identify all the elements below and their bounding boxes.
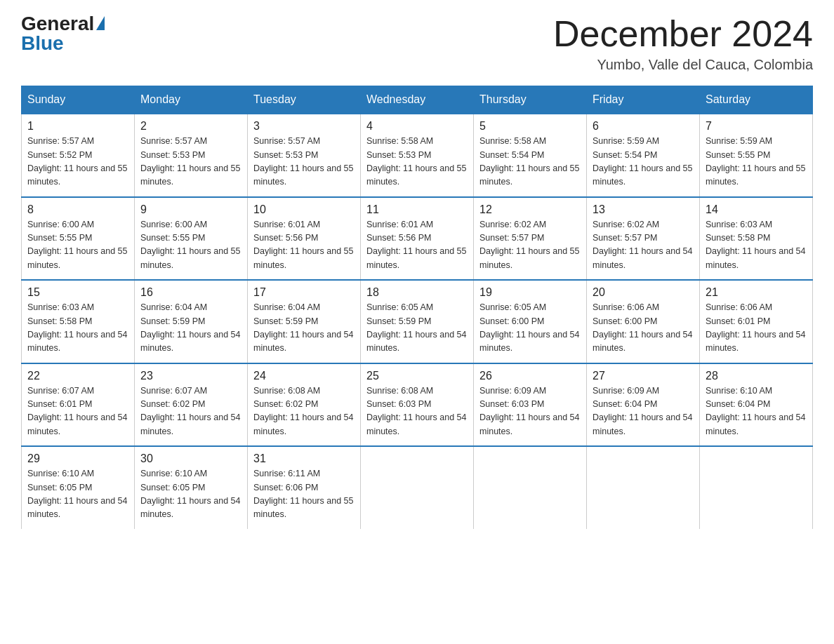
day-number: 8 xyxy=(27,203,128,216)
day-info: Sunrise: 6:09 AMSunset: 6:04 PMDaylight:… xyxy=(593,384,694,439)
calendar-cell: 1Sunrise: 5:57 AMSunset: 5:52 PMDaylight… xyxy=(22,114,135,197)
day-number: 16 xyxy=(140,286,241,299)
day-info: Sunrise: 6:10 AMSunset: 6:05 PMDaylight:… xyxy=(27,467,128,522)
day-info: Sunrise: 6:08 AMSunset: 6:03 PMDaylight:… xyxy=(366,384,468,439)
day-number: 22 xyxy=(27,370,128,382)
calendar-cell: 30Sunrise: 6:10 AMSunset: 6:05 PMDayligh… xyxy=(135,446,248,529)
calendar-cell: 14Sunrise: 6:03 AMSunset: 5:58 PMDayligh… xyxy=(700,197,813,281)
day-number: 17 xyxy=(253,286,355,299)
day-info: Sunrise: 5:58 AMSunset: 5:54 PMDaylight:… xyxy=(479,135,581,189)
day-number: 29 xyxy=(27,452,128,465)
calendar-cell: 3Sunrise: 5:57 AMSunset: 5:53 PMDaylight… xyxy=(248,114,361,197)
calendar-cell: 29Sunrise: 6:10 AMSunset: 6:05 PMDayligh… xyxy=(22,446,135,529)
day-info: Sunrise: 5:58 AMSunset: 5:53 PMDaylight:… xyxy=(366,135,468,189)
day-info: Sunrise: 5:57 AMSunset: 5:53 PMDaylight:… xyxy=(140,135,241,189)
weekday-header-friday: Friday xyxy=(587,86,700,114)
calendar-cell: 23Sunrise: 6:07 AMSunset: 6:02 PMDayligh… xyxy=(135,363,248,447)
day-info: Sunrise: 6:09 AMSunset: 6:03 PMDaylight:… xyxy=(479,384,581,439)
calendar-cell: 13Sunrise: 6:02 AMSunset: 5:57 PMDayligh… xyxy=(587,197,700,281)
day-info: Sunrise: 5:57 AMSunset: 5:52 PMDaylight:… xyxy=(27,135,128,189)
title-section: December 2024 Yumbo, Valle del Cauca, Co… xyxy=(553,14,813,73)
day-info: Sunrise: 6:07 AMSunset: 6:01 PMDaylight:… xyxy=(27,384,128,439)
calendar-table: SundayMondayTuesdayWednesdayThursdayFrid… xyxy=(21,86,813,529)
day-info: Sunrise: 5:59 AMSunset: 5:54 PMDaylight:… xyxy=(593,135,694,189)
calendar-cell: 11Sunrise: 6:01 AMSunset: 5:56 PMDayligh… xyxy=(361,197,474,281)
day-number: 12 xyxy=(479,203,581,216)
calendar-cell: 4Sunrise: 5:58 AMSunset: 5:53 PMDaylight… xyxy=(361,114,474,197)
day-number: 26 xyxy=(479,370,581,382)
calendar-cell: 19Sunrise: 6:05 AMSunset: 6:00 PMDayligh… xyxy=(474,280,587,363)
day-info: Sunrise: 6:01 AMSunset: 5:56 PMDaylight:… xyxy=(253,218,355,273)
calendar-cell: 5Sunrise: 5:58 AMSunset: 5:54 PMDaylight… xyxy=(474,114,587,197)
day-info: Sunrise: 6:10 AMSunset: 6:04 PMDaylight:… xyxy=(706,384,807,439)
month-title: December 2024 xyxy=(553,14,813,54)
day-number: 20 xyxy=(593,286,694,299)
calendar-cell: 12Sunrise: 6:02 AMSunset: 5:57 PMDayligh… xyxy=(474,197,587,281)
weekday-header-saturday: Saturday xyxy=(700,86,813,114)
calendar-cell: 22Sunrise: 6:07 AMSunset: 6:01 PMDayligh… xyxy=(22,363,135,447)
week-row-1: 1Sunrise: 5:57 AMSunset: 5:52 PMDaylight… xyxy=(22,114,813,197)
calendar-cell: 21Sunrise: 6:06 AMSunset: 6:01 PMDayligh… xyxy=(700,280,813,363)
day-number: 2 xyxy=(140,120,241,133)
calendar-cell: 24Sunrise: 6:08 AMSunset: 6:02 PMDayligh… xyxy=(248,363,361,447)
day-number: 23 xyxy=(140,370,241,382)
weekday-header-thursday: Thursday xyxy=(474,86,587,114)
calendar-cell: 6Sunrise: 5:59 AMSunset: 5:54 PMDaylight… xyxy=(587,114,700,197)
calendar-cell: 7Sunrise: 5:59 AMSunset: 5:55 PMDaylight… xyxy=(700,114,813,197)
day-number: 7 xyxy=(706,120,807,133)
logo: General Blue xyxy=(21,14,105,53)
day-info: Sunrise: 6:06 AMSunset: 6:00 PMDaylight:… xyxy=(593,301,694,356)
week-row-4: 22Sunrise: 6:07 AMSunset: 6:01 PMDayligh… xyxy=(22,363,813,447)
calendar-cell xyxy=(361,446,474,529)
day-info: Sunrise: 6:04 AMSunset: 5:59 PMDaylight:… xyxy=(253,301,355,356)
location-subtitle: Yumbo, Valle del Cauca, Colombia xyxy=(553,57,813,73)
day-number: 27 xyxy=(593,370,694,382)
day-info: Sunrise: 6:10 AMSunset: 6:05 PMDaylight:… xyxy=(140,467,241,522)
day-number: 3 xyxy=(253,120,355,133)
day-number: 13 xyxy=(593,203,694,216)
day-number: 5 xyxy=(479,120,581,133)
day-info: Sunrise: 6:08 AMSunset: 6:02 PMDaylight:… xyxy=(253,384,355,439)
day-number: 25 xyxy=(366,370,468,382)
day-number: 11 xyxy=(366,203,468,216)
day-info: Sunrise: 5:57 AMSunset: 5:53 PMDaylight:… xyxy=(253,135,355,189)
day-number: 9 xyxy=(140,203,241,216)
calendar-cell xyxy=(700,446,813,529)
calendar-cell: 27Sunrise: 6:09 AMSunset: 6:04 PMDayligh… xyxy=(587,363,700,447)
day-info: Sunrise: 6:00 AMSunset: 5:55 PMDaylight:… xyxy=(140,218,241,273)
logo-general-text: General xyxy=(21,14,94,34)
day-number: 1 xyxy=(27,120,128,133)
day-info: Sunrise: 6:02 AMSunset: 5:57 PMDaylight:… xyxy=(593,218,694,273)
day-number: 19 xyxy=(479,286,581,299)
calendar-cell: 18Sunrise: 6:05 AMSunset: 5:59 PMDayligh… xyxy=(361,280,474,363)
day-number: 6 xyxy=(593,120,694,133)
day-info: Sunrise: 6:05 AMSunset: 6:00 PMDaylight:… xyxy=(479,301,581,356)
day-number: 18 xyxy=(366,286,468,299)
day-number: 4 xyxy=(366,120,468,133)
calendar-cell: 17Sunrise: 6:04 AMSunset: 5:59 PMDayligh… xyxy=(248,280,361,363)
week-row-3: 15Sunrise: 6:03 AMSunset: 5:58 PMDayligh… xyxy=(22,280,813,363)
day-number: 31 xyxy=(253,452,355,465)
calendar-cell: 28Sunrise: 6:10 AMSunset: 6:04 PMDayligh… xyxy=(700,363,813,447)
weekday-header-tuesday: Tuesday xyxy=(248,86,361,114)
calendar-header-row: SundayMondayTuesdayWednesdayThursdayFrid… xyxy=(22,86,813,114)
calendar-cell: 10Sunrise: 6:01 AMSunset: 5:56 PMDayligh… xyxy=(248,197,361,281)
calendar-cell: 15Sunrise: 6:03 AMSunset: 5:58 PMDayligh… xyxy=(22,280,135,363)
day-number: 28 xyxy=(706,370,807,382)
day-info: Sunrise: 6:03 AMSunset: 5:58 PMDaylight:… xyxy=(706,218,807,273)
calendar-cell: 9Sunrise: 6:00 AMSunset: 5:55 PMDaylight… xyxy=(135,197,248,281)
day-info: Sunrise: 6:04 AMSunset: 5:59 PMDaylight:… xyxy=(140,301,241,356)
calendar-cell: 25Sunrise: 6:08 AMSunset: 6:03 PMDayligh… xyxy=(361,363,474,447)
calendar-cell: 26Sunrise: 6:09 AMSunset: 6:03 PMDayligh… xyxy=(474,363,587,447)
day-info: Sunrise: 6:01 AMSunset: 5:56 PMDaylight:… xyxy=(366,218,468,273)
calendar-cell: 2Sunrise: 5:57 AMSunset: 5:53 PMDaylight… xyxy=(135,114,248,197)
day-number: 14 xyxy=(706,203,807,216)
weekday-header-wednesday: Wednesday xyxy=(361,86,474,114)
calendar-cell: 20Sunrise: 6:06 AMSunset: 6:00 PMDayligh… xyxy=(587,280,700,363)
day-info: Sunrise: 6:06 AMSunset: 6:01 PMDaylight:… xyxy=(706,301,807,356)
day-info: Sunrise: 6:02 AMSunset: 5:57 PMDaylight:… xyxy=(479,218,581,273)
logo-triangle-icon xyxy=(96,16,105,30)
day-info: Sunrise: 6:00 AMSunset: 5:55 PMDaylight:… xyxy=(27,218,128,273)
day-info: Sunrise: 6:11 AMSunset: 6:06 PMDaylight:… xyxy=(253,467,355,522)
weekday-header-sunday: Sunday xyxy=(22,86,135,114)
